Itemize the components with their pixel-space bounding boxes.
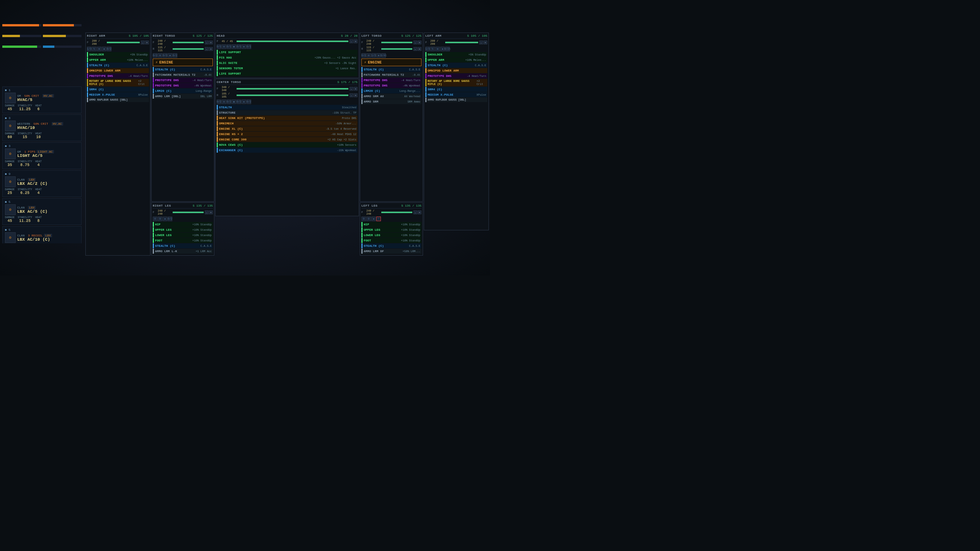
lt-lrm20[interactable]: LRM20 (C)Long-Range... [361, 88, 421, 93]
rl-minus[interactable]: - [205, 210, 209, 214]
head-plus[interactable]: + [354, 39, 358, 43]
weapon-item-lbx2[interactable]: ■ 9 ⚙ CLAN LBX LBX AC/2 (C) DAMAGE25 STA… [2, 170, 82, 197]
rl-lower[interactable]: LOWER LEG+10% StandUp [153, 233, 213, 238]
hardpoints-help-icon[interactable]: i [137, 20, 145, 28]
right-arm-proto-dh5[interactable]: PROTOTYPE DH5 -4 Heat/Turn [87, 73, 149, 78]
filter-icon-8[interactable]: ◐ [30, 78, 38, 85]
tab-weapon[interactable]: WEAPON [2, 53, 26, 61]
la-omnipod[interactable]: OMNIPOD LOWER ARM [425, 68, 487, 73]
head-slic-suite[interactable]: SLIC SUITE+3 Sensors -3% Sight [217, 60, 358, 65]
rt-ammo-lrm[interactable]: AMMO LRM [DBL] DBL LRM [153, 94, 213, 99]
ll-minus[interactable]: - [413, 210, 417, 214]
back-button[interactable]: ◄ [3, 3, 15, 14]
head-life-support-2[interactable]: LIFE SUPPORT [217, 71, 358, 76]
lt-r-minus[interactable]: - [413, 47, 417, 51]
ct-nova-cews[interactable]: NOVA CEWS (C) +10% Sensors [217, 142, 358, 147]
lt-f-plus[interactable]: + [418, 41, 421, 44]
ct-f-minus[interactable]: - [350, 87, 353, 91]
shield-button-1[interactable]: 🛡 [183, 19, 197, 29]
filter-ml[interactable]: ML [21, 70, 29, 77]
la-stealth[interactable]: STEALTH (C)C.A.S.E [425, 63, 487, 68]
filter-flm[interactable]: FLM [48, 63, 57, 70]
check-store-button[interactable]: CHECK STORE [2, 245, 82, 254]
ct-engine-core[interactable]: ENGINE CORE 300 +2 HS Cap +2 Slots [217, 137, 358, 142]
filter-lrm[interactable]: LRM [67, 63, 75, 70]
dismount-button[interactable]: DISMOUNT [217, 219, 287, 227]
filter-icon-2[interactable]: ◎ [48, 70, 57, 77]
rl-stealth[interactable]: STEALTH (C)C.A.S.E [153, 243, 213, 248]
ct-f-plus[interactable]: + [354, 87, 358, 91]
filter-lag[interactable]: LAG [30, 63, 38, 70]
right-arm-srm4[interactable]: SRM4 (C) [87, 87, 149, 92]
filter-etc[interactable]: ETC [21, 63, 29, 70]
head-sensors-totem[interactable]: SENSORS TOTEM+1 Lance Res. [217, 66, 358, 71]
ll-ammo-df[interactable]: AMMO LRM DF+50% LRM... [361, 249, 421, 254]
la-upper[interactable]: UPPER ARM+10% Melee... [425, 57, 487, 62]
rt-lrm20[interactable]: LRM20 (C) Long-Range [153, 88, 213, 93]
filter-ppc[interactable]: PPC [39, 63, 47, 70]
filter-icon-5[interactable]: ◆ [2, 78, 11, 85]
head-fcs-hag[interactable]: FCS HAG+20% Gauss... +2 Gauss Acc [217, 55, 358, 60]
filter-icon-6[interactable]: ▣ [11, 78, 20, 85]
rl-plus[interactable]: + [209, 210, 213, 214]
rt-patchwork[interactable]: PATCHWORK MATERIALS T2 -0.4t [153, 72, 213, 77]
components-button[interactable]: 0 COMPONENTS [287, 219, 357, 227]
rt-r-minus[interactable]: - [205, 47, 209, 51]
ct-omnimech[interactable]: OMNIMECH-50% Armor... [217, 121, 358, 126]
weapon-item-lbx10[interactable]: ■ 5 ⚙ CLAN 3 RECOILLBX LBX AC/10 (C) DAM… [2, 226, 82, 243]
ll-lower[interactable]: LOWER LEG+10% StandUp [361, 233, 421, 238]
rl-ammo[interactable]: AMMO LRM L-K+1 LRM Acc [153, 249, 213, 254]
wrench-button[interactable]: 🔧 [152, 19, 166, 29]
filter-icon-7[interactable]: ◉ [21, 78, 29, 85]
tab-engine-hs[interactable]: ENGINE/HS [46, 53, 77, 61]
reset-button[interactable]: ↺ [415, 259, 431, 273]
lt-r-plus[interactable]: + [418, 47, 421, 51]
ll-plus[interactable]: + [418, 210, 421, 214]
ct-r-plus[interactable]: + [354, 93, 358, 97]
right-arm-gauss[interactable]: ROTARY AP LARGE BORE GAUSS RIFLE (C) ×2 … [87, 79, 149, 86]
right-arm-medium-x[interactable]: MEDIUM X-PULSE XPulse [87, 92, 149, 97]
filter-ac[interactable]: AC [2, 63, 11, 70]
rt-proto-dh5-2[interactable]: PROTOTYPE DH5 -4% WpnHeat [153, 83, 213, 88]
filter-tag[interactable]: TAG [30, 70, 38, 77]
filter-icon-1[interactable]: ⚙ [39, 70, 47, 77]
ll-upper[interactable]: UPPER LEG+10% StandUp [361, 227, 421, 232]
filter-icon-4[interactable]: ⊕ [67, 70, 75, 77]
filter-srm[interactable]: SRM [57, 63, 66, 70]
la-ammo-gauss[interactable]: AMMO RAPLBGR GAUSS [DBL] [425, 98, 487, 102]
menu-icon[interactable]: ≡ [477, 5, 487, 12]
la-srm4[interactable]: SRM4 (C) [425, 87, 487, 92]
weapon-item-lightac5[interactable]: ■ 3 ⚙ GM 1 PIPSLIGHT AC LIGHT AC/5 DAMAG… [2, 142, 82, 169]
filter-icon-9[interactable]: ⊠ [39, 78, 47, 85]
head-minus[interactable]: - [350, 39, 353, 43]
la-gauss[interactable]: ROTARY AP LARGE BORE GAUSS RIFLE (C)×2 C… [425, 79, 487, 86]
right-arm-f-minus[interactable]: - [141, 41, 145, 44]
ct-engine-hs[interactable]: ENGINE HS + 2 -48 Heat PDHS 12 [217, 132, 358, 137]
right-arm-shoulder[interactable]: SHOULDER +5% StandUp [87, 52, 149, 57]
combat-role-help-icon[interactable]: i [434, 20, 442, 28]
shield-button-2[interactable]: 🛡 [198, 19, 212, 29]
head-life-support-1[interactable]: LIFE SUPPORT [217, 50, 358, 55]
filter-amg[interactable]: AMG [11, 70, 20, 77]
ct-stealth[interactable]: STEALTHStealthed [217, 105, 358, 110]
right-arm-stealth[interactable]: STEALTH (C) C.A.S.E [87, 63, 149, 68]
filter-g[interactable]: G [11, 63, 20, 70]
rt-f-plus[interactable]: + [209, 41, 213, 44]
ll-foot[interactable]: FOOT+10% StandUp [361, 238, 421, 243]
la-medium-x[interactable]: MEDIUM X-PULSEXPulse [425, 92, 487, 97]
ll-hip[interactable]: HIP+10% StandUp [361, 222, 421, 227]
ll-stealth[interactable]: STEALTH (C)C.A.S.E [361, 243, 421, 248]
la-f-minus[interactable]: - [479, 41, 483, 44]
la-shoulder[interactable]: SHOULDER+5% StandUp [425, 52, 487, 57]
ct-r-minus[interactable]: - [350, 93, 353, 97]
right-arm-f-plus[interactable]: + [145, 41, 149, 44]
rl-hip[interactable]: HIP+10% StandUp [153, 222, 213, 227]
rt-stealth[interactable]: STEALTH (C) C.A.S.E [153, 67, 213, 72]
rt-proto-dh5-1[interactable]: PROTOTYPE DH5 -4 Heat/Turn [153, 78, 213, 83]
la-f-plus[interactable]: + [483, 41, 487, 44]
right-arm-ammo-gauss[interactable]: AMMO RAPLBGR GAUSS [DBL] [87, 98, 149, 102]
ct-engine-xl[interactable]: ENGINE XL (C) -9.5 ton 4 Reserved [217, 126, 358, 131]
ct-exchanger[interactable]: EXCHANGER (C) -15% WpnHeat [217, 148, 358, 153]
lt-patchwork[interactable]: PATCHWORK MATERIALS T2-0.4t [361, 72, 421, 77]
lt-ammo-srm[interactable]: AMMO SRMSRM Ammo [361, 99, 421, 104]
